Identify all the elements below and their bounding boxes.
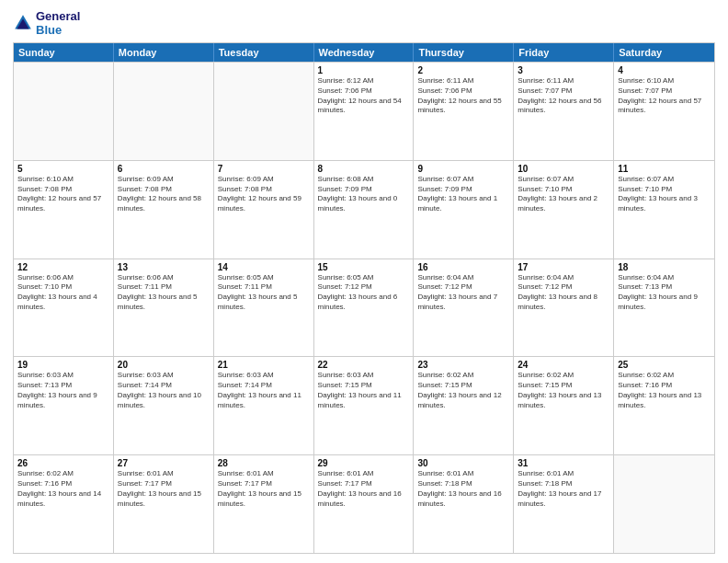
- calendar-cell: 22Sunrise: 6:03 AM Sunset: 7:15 PM Dayli…: [314, 357, 415, 454]
- day-number: 25: [618, 360, 711, 370]
- day-number: 22: [318, 360, 410, 370]
- calendar-header: SundayMondayTuesdayWednesdayThursdayFrid…: [14, 43, 714, 62]
- calendar-cell: 24Sunrise: 6:02 AM Sunset: 7:15 PM Dayli…: [514, 357, 614, 454]
- day-info: Sunrise: 6:02 AM Sunset: 7:15 PM Dayligh…: [417, 371, 509, 410]
- header: General Blue: [13, 9, 715, 37]
- calendar-cell: 13Sunrise: 6:06 AM Sunset: 7:11 PM Dayli…: [114, 259, 214, 357]
- calendar-cell: [614, 455, 714, 553]
- calendar-cell: 26Sunrise: 6:02 AM Sunset: 7:16 PM Dayli…: [14, 455, 114, 553]
- day-info: Sunrise: 6:07 AM Sunset: 7:09 PM Dayligh…: [417, 175, 509, 214]
- calendar-cell: 28Sunrise: 6:01 AM Sunset: 7:17 PM Dayli…: [214, 455, 314, 553]
- calendar-cell: 14Sunrise: 6:05 AM Sunset: 7:11 PM Dayli…: [214, 259, 314, 357]
- day-number: 21: [218, 360, 310, 370]
- calendar: SundayMondayTuesdayWednesdayThursdayFrid…: [13, 42, 715, 554]
- calendar-cell: 25Sunrise: 6:02 AM Sunset: 7:16 PM Dayli…: [614, 357, 714, 454]
- calendar-cell: 3Sunrise: 6:11 AM Sunset: 7:07 PM Daylig…: [514, 63, 614, 160]
- day-number: 4: [618, 65, 711, 75]
- calendar-week-row: 12Sunrise: 6:06 AM Sunset: 7:10 PM Dayli…: [14, 259, 714, 357]
- day-info: Sunrise: 6:09 AM Sunset: 7:08 PM Dayligh…: [118, 175, 210, 214]
- calendar-cell: 10Sunrise: 6:07 AM Sunset: 7:10 PM Dayli…: [514, 161, 614, 259]
- day-info: Sunrise: 6:11 AM Sunset: 7:06 PM Dayligh…: [417, 76, 509, 116]
- page: General Blue SundayMondayTuesdayWednesda…: [0, 0, 728, 563]
- day-info: Sunrise: 6:01 AM Sunset: 7:17 PM Dayligh…: [218, 469, 310, 509]
- logo: General Blue: [13, 9, 80, 37]
- day-info: Sunrise: 6:06 AM Sunset: 7:11 PM Dayligh…: [118, 273, 210, 313]
- day-number: 31: [518, 458, 609, 468]
- day-number: 14: [218, 262, 310, 272]
- weekday-header: Thursday: [414, 43, 514, 62]
- calendar-cell: [214, 63, 314, 160]
- day-info: Sunrise: 6:08 AM Sunset: 7:09 PM Dayligh…: [318, 175, 410, 214]
- day-info: Sunrise: 6:05 AM Sunset: 7:12 PM Dayligh…: [318, 273, 410, 313]
- weekday-header: Monday: [114, 43, 214, 62]
- weekday-header: Saturday: [614, 43, 714, 62]
- calendar-cell: 27Sunrise: 6:01 AM Sunset: 7:17 PM Dayli…: [114, 455, 214, 553]
- day-number: 5: [17, 164, 109, 174]
- calendar-cell: 6Sunrise: 6:09 AM Sunset: 7:08 PM Daylig…: [114, 161, 214, 259]
- day-number: 2: [417, 65, 509, 75]
- calendar-cell: 19Sunrise: 6:03 AM Sunset: 7:13 PM Dayli…: [14, 357, 114, 454]
- day-number: 9: [417, 164, 509, 174]
- calendar-cell: 23Sunrise: 6:02 AM Sunset: 7:15 PM Dayli…: [414, 357, 514, 454]
- day-info: Sunrise: 6:01 AM Sunset: 7:17 PM Dayligh…: [318, 469, 410, 509]
- calendar-cell: 4Sunrise: 6:10 AM Sunset: 7:07 PM Daylig…: [614, 63, 714, 160]
- day-info: Sunrise: 6:06 AM Sunset: 7:10 PM Dayligh…: [17, 273, 109, 313]
- day-number: 26: [17, 458, 109, 468]
- day-info: Sunrise: 6:07 AM Sunset: 7:10 PM Dayligh…: [618, 175, 711, 214]
- weekday-header: Tuesday: [214, 43, 314, 62]
- calendar-week-row: 5Sunrise: 6:10 AM Sunset: 7:08 PM Daylig…: [14, 160, 714, 259]
- day-number: 11: [618, 164, 711, 174]
- calendar-cell: 16Sunrise: 6:04 AM Sunset: 7:12 PM Dayli…: [414, 259, 514, 357]
- calendar-cell: 31Sunrise: 6:01 AM Sunset: 7:18 PM Dayli…: [514, 455, 614, 553]
- calendar-cell: 8Sunrise: 6:08 AM Sunset: 7:09 PM Daylig…: [314, 161, 415, 259]
- calendar-cell: 20Sunrise: 6:03 AM Sunset: 7:14 PM Dayli…: [114, 357, 214, 454]
- day-number: 6: [118, 164, 210, 174]
- day-info: Sunrise: 6:02 AM Sunset: 7:15 PM Dayligh…: [518, 371, 609, 410]
- calendar-cell: [114, 63, 214, 160]
- day-info: Sunrise: 6:09 AM Sunset: 7:08 PM Dayligh…: [218, 175, 310, 214]
- day-number: 3: [518, 65, 609, 75]
- logo-text: General Blue: [36, 9, 80, 37]
- day-info: Sunrise: 6:10 AM Sunset: 7:07 PM Dayligh…: [618, 76, 711, 116]
- day-number: 16: [417, 262, 509, 272]
- weekday-header: Wednesday: [314, 43, 415, 62]
- calendar-cell: 9Sunrise: 6:07 AM Sunset: 7:09 PM Daylig…: [414, 161, 514, 259]
- calendar-cell: 15Sunrise: 6:05 AM Sunset: 7:12 PM Dayli…: [314, 259, 415, 357]
- day-number: 8: [318, 164, 410, 174]
- calendar-cell: 30Sunrise: 6:01 AM Sunset: 7:18 PM Dayli…: [414, 455, 514, 553]
- calendar-cell: 21Sunrise: 6:03 AM Sunset: 7:14 PM Dayli…: [214, 357, 314, 454]
- day-number: 27: [118, 458, 210, 468]
- calendar-cell: 11Sunrise: 6:07 AM Sunset: 7:10 PM Dayli…: [614, 161, 714, 259]
- day-number: 10: [518, 164, 609, 174]
- day-info: Sunrise: 6:03 AM Sunset: 7:14 PM Dayligh…: [218, 371, 310, 410]
- calendar-cell: 7Sunrise: 6:09 AM Sunset: 7:08 PM Daylig…: [214, 161, 314, 259]
- day-number: 1: [318, 65, 410, 75]
- day-info: Sunrise: 6:04 AM Sunset: 7:12 PM Dayligh…: [518, 273, 609, 313]
- day-info: Sunrise: 6:02 AM Sunset: 7:16 PM Dayligh…: [17, 469, 109, 509]
- day-number: 15: [318, 262, 410, 272]
- day-info: Sunrise: 6:01 AM Sunset: 7:18 PM Dayligh…: [518, 469, 609, 509]
- day-number: 12: [17, 262, 109, 272]
- day-number: 20: [118, 360, 210, 370]
- day-number: 28: [218, 458, 310, 468]
- calendar-body: 1Sunrise: 6:12 AM Sunset: 7:06 PM Daylig…: [14, 62, 714, 553]
- day-info: Sunrise: 6:03 AM Sunset: 7:15 PM Dayligh…: [318, 371, 410, 410]
- day-info: Sunrise: 6:10 AM Sunset: 7:08 PM Dayligh…: [17, 175, 109, 214]
- day-number: 18: [618, 262, 711, 272]
- day-number: 17: [518, 262, 609, 272]
- day-number: 24: [518, 360, 609, 370]
- day-info: Sunrise: 6:01 AM Sunset: 7:18 PM Dayligh…: [417, 469, 509, 509]
- day-number: 23: [417, 360, 509, 370]
- day-info: Sunrise: 6:05 AM Sunset: 7:11 PM Dayligh…: [218, 273, 310, 313]
- logo-icon: [13, 13, 33, 33]
- day-info: Sunrise: 6:02 AM Sunset: 7:16 PM Dayligh…: [618, 371, 711, 410]
- day-info: Sunrise: 6:04 AM Sunset: 7:13 PM Dayligh…: [618, 273, 711, 313]
- calendar-cell: 29Sunrise: 6:01 AM Sunset: 7:17 PM Dayli…: [314, 455, 415, 553]
- weekday-header: Friday: [514, 43, 614, 62]
- day-info: Sunrise: 6:03 AM Sunset: 7:14 PM Dayligh…: [118, 371, 210, 410]
- calendar-cell: 1Sunrise: 6:12 AM Sunset: 7:06 PM Daylig…: [314, 63, 415, 160]
- calendar-week-row: 1Sunrise: 6:12 AM Sunset: 7:06 PM Daylig…: [14, 62, 714, 160]
- calendar-week-row: 19Sunrise: 6:03 AM Sunset: 7:13 PM Dayli…: [14, 356, 714, 454]
- day-info: Sunrise: 6:04 AM Sunset: 7:12 PM Dayligh…: [417, 273, 509, 313]
- day-info: Sunrise: 6:03 AM Sunset: 7:13 PM Dayligh…: [17, 371, 109, 410]
